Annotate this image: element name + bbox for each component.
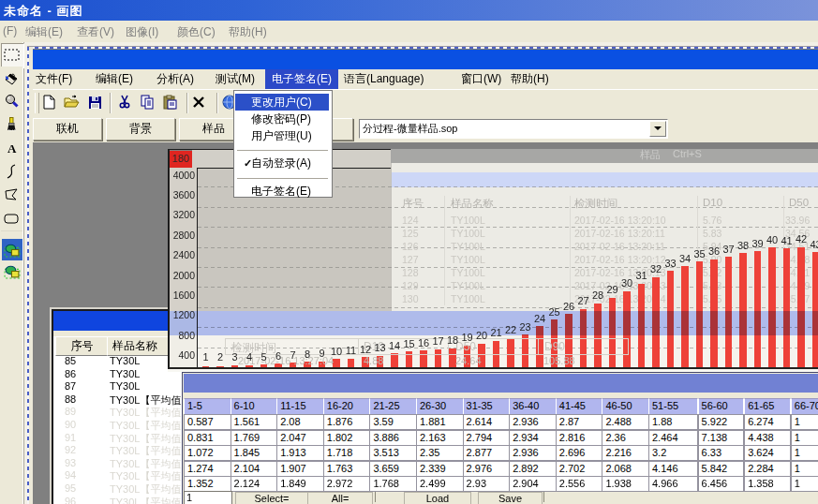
paint-menu-item[interactable]: 图像(I) <box>126 24 158 39</box>
sample-row[interactable]: 88TY30L【平均值】 <box>56 393 181 407</box>
sample-col-header[interactable]: 序号 <box>55 336 109 356</box>
sample-row-id: 96 <box>65 496 76 504</box>
app-menu-8[interactable]: 帮助(H) <box>504 69 556 89</box>
numeric-cell: 1.802 <box>323 430 373 446</box>
app-menu-7[interactable]: 窗口(W) <box>454 69 508 89</box>
tool-magnifier[interactable] <box>1 90 22 114</box>
toolbar-button-1[interactable]: 联机 <box>33 118 102 141</box>
ghost-col-header: D10 <box>703 197 722 208</box>
numeric-table-titlebar[interactable] <box>184 374 818 393</box>
numeric-cell: 0.831 <box>184 430 233 446</box>
sample-row[interactable]: 87TY30L <box>56 380 181 393</box>
y-tick-label: 2800 <box>170 230 195 242</box>
tool-select[interactable] <box>1 43 24 68</box>
sample-row[interactable]: 85TY30L <box>56 355 181 368</box>
button-save[interactable]: Save <box>478 492 543 504</box>
button-all[interactable]: All= <box>307 492 373 504</box>
button-load[interactable]: Load <box>404 492 471 504</box>
toolbar-separator <box>216 93 218 113</box>
tool-fill[interactable] <box>1 67 22 91</box>
numeric-cell: 1.907 <box>276 461 326 477</box>
numeric-cell: 2.93 <box>463 476 513 492</box>
tool-text[interactable]: A <box>1 137 22 161</box>
ghost-row-name: TY100L <box>451 241 485 252</box>
sample-list-titlebar[interactable] <box>53 311 182 331</box>
toolbar-cut-scissors[interactable] <box>117 95 134 111</box>
numeric-cell: 2.614 <box>463 414 513 430</box>
tool-polygon[interactable] <box>1 184 22 208</box>
tool-brush[interactable] <box>1 113 22 138</box>
menu-item-label: 电子签名(E) <box>251 183 311 200</box>
numeric-cell: 1.876 <box>323 414 373 430</box>
combobox-dropdown-button[interactable] <box>649 121 666 137</box>
numeric-cell: 7.138 <box>698 430 745 446</box>
toolbar-delete-x[interactable] <box>191 95 208 111</box>
app-menu-6[interactable]: 语言(Language) <box>337 69 430 89</box>
ghost-row-name: TY100L <box>451 254 485 265</box>
ghost-row-name: TY100L <box>451 293 485 304</box>
numeric-cell: 6.456 <box>698 476 745 492</box>
bar-label: 43 <box>807 240 818 250</box>
tool-rounded-rect[interactable] <box>1 207 22 231</box>
open-folder-icon <box>64 95 80 111</box>
app-menu-1[interactable]: 文件(F) <box>29 69 79 89</box>
menu-item[interactable]: ✓自动登录(A) <box>235 155 329 171</box>
y-tick-label: 3200 <box>170 209 195 221</box>
sop-combobox[interactable]: 分过程-微量样品.sop <box>359 119 668 139</box>
paint-menu-item[interactable]: 帮助(H) <box>229 24 267 39</box>
menu-item[interactable]: 电子签名(E) <box>235 183 329 200</box>
menu-item[interactable]: 修改密码(P) <box>235 111 329 127</box>
ghost-row-id: 130 <box>402 293 419 304</box>
app-menu-5[interactable]: 电子签名(E) <box>265 69 338 89</box>
numeric-cell: 2.08 <box>276 414 326 430</box>
button-select[interactable]: Select= <box>235 492 308 504</box>
app-toolbar <box>33 89 818 117</box>
menu-item[interactable]: 更改用户(C) <box>235 94 329 111</box>
toolbar-save-floppy[interactable] <box>87 95 104 111</box>
sample-row[interactable]: 93TY30L【平均值】 <box>56 457 181 470</box>
app-button-row: 分过程-微量样品.sop 联机背景样品 <box>33 116 818 142</box>
curve-icon <box>4 164 20 179</box>
app-titlebar[interactable] <box>33 49 818 70</box>
sample-row[interactable]: 91TY30L【平均值】 <box>56 432 181 445</box>
numeric-col-header: 21-25 <box>369 398 419 415</box>
toolbar-open-folder[interactable] <box>64 95 81 111</box>
app-menu-2[interactable]: 编辑(E) <box>89 69 140 89</box>
sample-row-id: 94 <box>65 469 76 481</box>
paint-menu-item[interactable]: 查看(V) <box>77 24 114 39</box>
numeric-cell: 2.877 <box>463 445 513 461</box>
sample-row[interactable]: 96TY30L【平均值】 <box>56 496 181 504</box>
numeric-cell: 2.556 <box>556 476 605 492</box>
paint-menu-item[interactable]: 颜色(C) <box>177 24 216 39</box>
paint-menu-item[interactable]: 编辑(E) <box>25 24 63 39</box>
numeric-cell: 2.976 <box>463 461 513 477</box>
sample-row[interactable]: 94TY30L【平均值】 <box>56 469 181 482</box>
toolbar-copy-pages[interactable] <box>140 95 156 111</box>
sample-row[interactable]: 86TY30L <box>56 368 181 381</box>
toolbar-paste-clipboard[interactable] <box>162 95 179 111</box>
paint-titlebar[interactable]: 未命名 - 画图 <box>0 0 818 21</box>
sample-row-id: 95 <box>65 482 76 494</box>
tool-curve[interactable] <box>1 160 22 185</box>
transparent-selection-icon <box>4 263 21 279</box>
row-count-input[interactable]: 1 <box>184 491 232 504</box>
sample-row-id: 91 <box>65 432 76 443</box>
sample-row[interactable]: 92TY30L【平均值】 <box>56 444 181 457</box>
option-transparent-selection[interactable] <box>2 260 22 282</box>
numeric-cell: 1 <box>791 414 818 430</box>
sample-row[interactable]: 90TY30L【平均值】 <box>56 419 181 432</box>
numeric-cell: 3.886 <box>369 430 419 446</box>
paint-menu-item[interactable]: (F) <box>3 24 17 39</box>
y-tick-label: 4000 <box>170 170 195 182</box>
app-menu-4[interactable]: 测试(M) <box>209 69 261 89</box>
sample-row[interactable]: 89TY30L【平均值】 <box>56 406 181 419</box>
fill-icon <box>4 70 20 85</box>
toolbar-button-2[interactable]: 背景 <box>106 118 175 141</box>
app-menu-3[interactable]: 分析(A) <box>150 69 201 89</box>
toolbar-new-doc[interactable] <box>41 95 58 111</box>
numeric-col-header: 26-30 <box>416 398 466 415</box>
option-opaque-selection[interactable] <box>2 239 22 260</box>
sample-row[interactable]: 95TY30L【平均值】 <box>56 482 181 496</box>
numeric-cell: 2.904 <box>509 476 558 492</box>
menu-item[interactable]: 用户管理(U) <box>235 127 329 144</box>
